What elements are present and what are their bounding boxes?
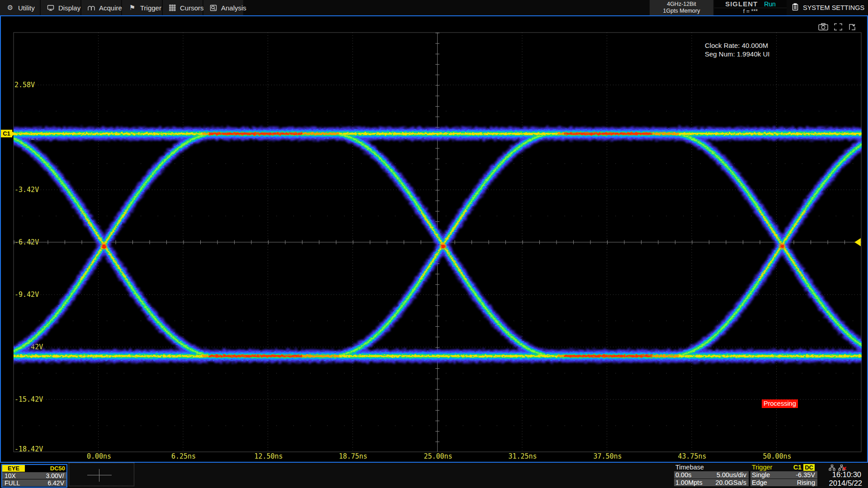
clock-area: ✕ 16:10:30 2014/5/22 (821, 463, 866, 488)
channel-name-badge: EYE (2, 465, 25, 472)
flag-icon: ⚑ (128, 4, 136, 12)
menu-label: Acquire (99, 4, 122, 12)
channel1-offset-marker[interactable]: C1 (1, 130, 12, 137)
status-bar: EYE DC50 10X 3.00V/ FULL 6.42V Timebase … (0, 463, 868, 488)
menu-label: Cursors (180, 4, 204, 12)
eye-diagram-plot (0, 0, 868, 488)
trigger-title: Trigger (752, 464, 772, 471)
probe-attenuation: 10X (5, 472, 16, 479)
oscilloscope-screen: 2.58V -0.42V -3.42V -6.42V -9.42V -12.42… (0, 0, 868, 488)
eye-trace (0, 134, 868, 356)
vertical-scale: 3.00V/ (46, 472, 64, 479)
menu-cursors[interactable]: Cursors (163, 0, 203, 15)
menu-trigger[interactable]: ⚑ Trigger (122, 0, 162, 15)
menu-display[interactable]: Display (41, 0, 80, 15)
crosshair-icon (87, 475, 112, 475)
memory-points: 1.00Mpts (675, 479, 703, 486)
window-move-icon[interactable] (848, 23, 856, 33)
display-icon (47, 4, 54, 12)
segment-count-readout: Seg Num: 1.9940k UI (705, 50, 769, 58)
system-date[interactable]: 2014/5/22 (829, 479, 862, 488)
system-time[interactable]: 16:10:30 (832, 470, 861, 479)
gear-icon: ⚙ (6, 4, 14, 12)
trigger-source: C1 (793, 464, 802, 471)
run-state-indicator[interactable]: Run (764, 0, 776, 8)
fullscreen-icon[interactable] (834, 23, 842, 33)
screenshot-camera-icon[interactable] (818, 23, 828, 33)
hardware-spec-box: 4GHz-12Bit 1Gpts Memory (650, 0, 713, 15)
top-menu-bar: ⚙ Utility Display Acquire ⚑ Trigger (0, 0, 868, 15)
menu-label: Utility (18, 4, 35, 12)
acquire-icon (88, 4, 95, 12)
channel-coupling: DC50 (50, 465, 65, 472)
clock-rate-readout: Clock Rate: 40.000M (705, 41, 769, 50)
trigger-level: -6.35V (796, 471, 815, 479)
timebase-scale: 5.00us/div (717, 471, 746, 479)
trigger-level-marker[interactable] (854, 238, 861, 246)
brand-status-box: SIGLENT Run f = *** (714, 0, 787, 15)
menu-label: Display (58, 4, 80, 12)
trigger-panel[interactable]: Trigger C1 DC Single -6.35V Edge Rising (750, 464, 817, 486)
sample-rate: 20.0GSa/s (715, 479, 746, 486)
menu-analysis[interactable]: Analysis (203, 0, 243, 15)
clipboard-icon (792, 3, 798, 12)
menu-label: Trigger (140, 4, 161, 12)
siglent-logo: SIGLENT (725, 0, 758, 8)
crosshair-icon (99, 469, 99, 482)
frequency-counter: f = *** (714, 8, 787, 15)
trigger-mode: Single (752, 471, 770, 479)
bandwidth-spec: 4GHz-12Bit (667, 1, 696, 8)
vertical-offset: 6.42V (47, 479, 64, 487)
bandwidth-limit: FULL (5, 479, 20, 487)
trigger-type: Edge (752, 479, 767, 486)
eye-measurement-info: Clock Rate: 40.000M Seg Num: 1.9940k UI (705, 41, 769, 58)
timebase-panel[interactable]: Timebase 0.00s 5.00us/div 1.00Mpts 20.0G… (674, 464, 749, 486)
add-channel-slot[interactable] (69, 463, 134, 486)
menu-utility[interactable]: ⚙ Utility (0, 0, 40, 15)
memory-spec: 1Gpts Memory (663, 8, 700, 14)
analysis-icon (210, 4, 217, 12)
menu-label: Analysis (221, 4, 246, 12)
processing-status-badge: Processing (762, 399, 798, 408)
trigger-slope: Rising (797, 479, 815, 486)
system-settings-label: SYSTEM SETTINGS (803, 4, 864, 11)
cursors-grid-icon (169, 4, 176, 12)
timebase-title: Timebase (675, 464, 704, 471)
timebase-delay: 0.00s (675, 471, 691, 479)
system-settings-button[interactable]: SYSTEM SETTINGS (792, 0, 868, 15)
channel-descriptor-box[interactable]: EYE DC50 10X 3.00V/ FULL 6.42V (1, 464, 67, 488)
trigger-coupling-badge: DC (803, 464, 815, 471)
menu-acquire[interactable]: Acquire (81, 0, 121, 15)
